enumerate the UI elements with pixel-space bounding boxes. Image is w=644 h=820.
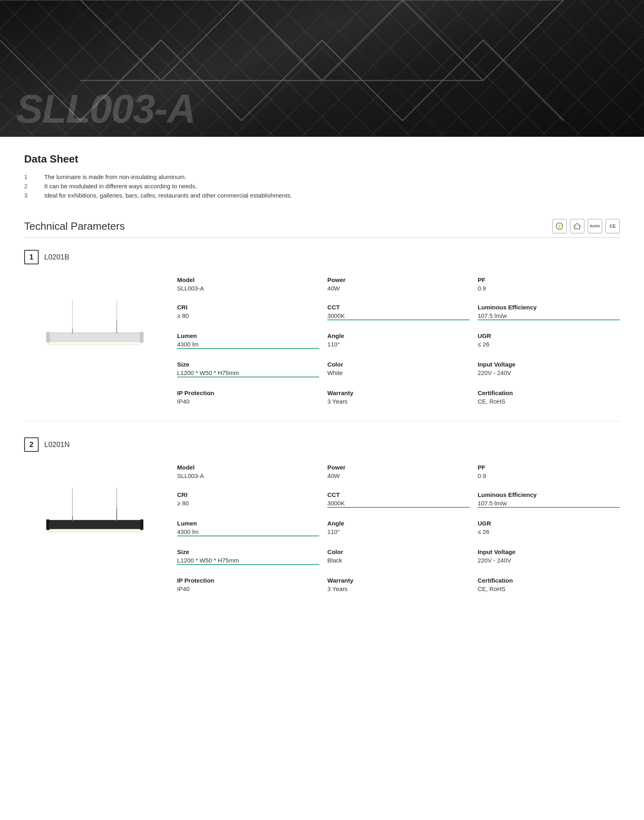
- param-warranty-2: Warranty 3 Years: [327, 577, 469, 592]
- param-value: ≥ 80: [177, 312, 319, 319]
- param-label: CCT: [327, 304, 469, 311]
- list-num: 2: [24, 183, 36, 190]
- list-text: It can be modulated in different ways ac…: [44, 183, 197, 190]
- product-layout-2: Model SLL003-A Power 40W PF 0.9 CRI ≥ 80: [24, 464, 620, 592]
- svg-line-2: [242, 0, 322, 80]
- svg-line-0: [80, 0, 161, 80]
- product-code-2: L0201N: [44, 441, 70, 449]
- fixture-drawing-white: [28, 301, 157, 381]
- param-value: SLL003-A: [177, 285, 319, 292]
- svg-rect-34: [48, 520, 141, 529]
- list-item: 3 Ideal for exhibitions, galleries, bars…: [24, 192, 620, 199]
- svg-line-4: [402, 0, 483, 80]
- param-value: 3 Years: [327, 585, 469, 592]
- list-num: 3: [24, 192, 36, 199]
- param-cct: CCT 3000K: [327, 304, 469, 320]
- param-label: Size: [177, 361, 319, 368]
- svg-marker-22: [574, 223, 580, 229]
- param-ugr: UGR ≤ 26: [478, 332, 620, 349]
- list-text: Ideal for exhibitions, galleries, bars, …: [44, 192, 292, 199]
- param-angle: Angle 110°: [327, 332, 469, 349]
- section-divider: [24, 237, 620, 238]
- param-lumen: Lumen 4300 lm: [177, 332, 319, 349]
- param-certification-2: Certification CE, RoHS: [478, 577, 620, 592]
- param-value: 220V - 240V: [478, 557, 620, 564]
- svg-rect-25: [48, 333, 141, 342]
- param-value: 3 Years: [327, 398, 469, 405]
- tech-params-header: Technical Parameters ⚡ RoHS CE: [24, 219, 620, 233]
- param-label: Size: [177, 548, 319, 555]
- param-label: PF: [478, 464, 620, 471]
- cert-icon-electric: ⚡: [552, 219, 567, 233]
- param-ip-2: IP Protection IP40: [177, 577, 319, 592]
- param-value: ≥ 80: [177, 500, 319, 507]
- svg-line-12: [483, 40, 564, 121]
- product-divider: [24, 421, 620, 421]
- param-label: CRI: [177, 491, 319, 498]
- param-label: UGR: [478, 520, 620, 527]
- param-label: Model: [177, 464, 319, 471]
- param-label: IP Protection: [177, 389, 319, 396]
- param-label: Angle: [327, 520, 469, 527]
- param-cri-2: CRI ≥ 80: [177, 491, 319, 508]
- param-label: Color: [327, 548, 469, 555]
- param-model: Model SLL003-A: [177, 276, 319, 292]
- cert-icons-group: ⚡ RoHS CE: [552, 219, 620, 233]
- param-power: Power 40W: [327, 276, 469, 292]
- param-value: ≤ 26: [478, 528, 620, 535]
- param-certification: Certification CE, RoHS: [478, 389, 620, 405]
- param-label: Lumen: [177, 332, 319, 339]
- list-item: 2 It can be modulated in different ways …: [24, 183, 620, 190]
- hero-section: SLL003-A: [0, 0, 644, 137]
- param-label: Input Voltage: [478, 361, 620, 368]
- svg-rect-38: [50, 530, 139, 532]
- param-color: Color White: [327, 361, 469, 377]
- data-sheet-title: Data Sheet: [24, 153, 620, 165]
- param-lumen-2: Lumen 4300 lm: [177, 520, 319, 536]
- params-grid-1: Model SLL003-A Power 40W PF 0.9 CRI ≥ 80: [177, 276, 620, 405]
- svg-rect-37: [140, 519, 143, 530]
- param-input-voltage-2: Input Voltage 220V - 240V: [478, 548, 620, 565]
- data-sheet-list: 1 The luminaire is made from non-insulat…: [24, 173, 620, 199]
- param-label: Color: [327, 361, 469, 368]
- param-cri: CRI ≥ 80: [177, 304, 319, 320]
- param-label: Input Voltage: [478, 548, 620, 555]
- param-label: UGR: [478, 332, 620, 339]
- param-value: 3000K: [327, 312, 469, 320]
- param-power-2: Power 40W: [327, 464, 469, 479]
- param-label: Luminous Efficiency: [478, 491, 620, 498]
- param-value: 3000K: [327, 500, 469, 508]
- param-label: Warranty: [327, 389, 469, 396]
- param-size: Size L1200 * W50 * H75mm: [177, 361, 319, 377]
- param-size-2: Size L1200 * W50 * H75mm: [177, 548, 319, 565]
- param-label: Angle: [327, 332, 469, 339]
- product-code-1: L0201B: [44, 253, 69, 262]
- param-label: Warranty: [327, 577, 469, 584]
- param-label: Power: [327, 464, 469, 471]
- param-warranty: Warranty 3 Years: [327, 389, 469, 405]
- param-label: IP Protection: [177, 577, 319, 584]
- param-label: Luminous Efficiency: [478, 304, 620, 311]
- svg-rect-27: [46, 332, 50, 342]
- product-number-box-1: 1: [24, 250, 39, 264]
- param-pf: PF 0.9: [478, 276, 620, 292]
- param-value: White: [327, 369, 469, 376]
- param-value: 0.9: [478, 285, 620, 292]
- param-value: 4300 lm: [177, 528, 319, 536]
- svg-line-5: [483, 0, 564, 80]
- param-value: CE, RoHS: [478, 585, 620, 592]
- param-value: 110°: [327, 528, 469, 535]
- svg-line-3: [322, 0, 402, 80]
- param-value: L1200 * W50 * H75mm: [177, 557, 319, 565]
- param-value: SLL003-A: [177, 472, 319, 479]
- cert-icon-ce: CE: [605, 219, 620, 233]
- param-value: 107.5 lm/w: [478, 312, 620, 320]
- product-section-2: 2 L0201N: [24, 437, 620, 592]
- param-luminous-efficiency: Luminous Efficiency 107.5 lm/w: [478, 304, 620, 320]
- param-value: 40W: [327, 472, 469, 479]
- param-input-voltage: Input Voltage 220V - 240V: [478, 361, 620, 377]
- svg-rect-28: [140, 332, 143, 342]
- param-value: 110°: [327, 341, 469, 348]
- param-value: IP40: [177, 398, 319, 405]
- fixture-drawing-black: [28, 488, 157, 569]
